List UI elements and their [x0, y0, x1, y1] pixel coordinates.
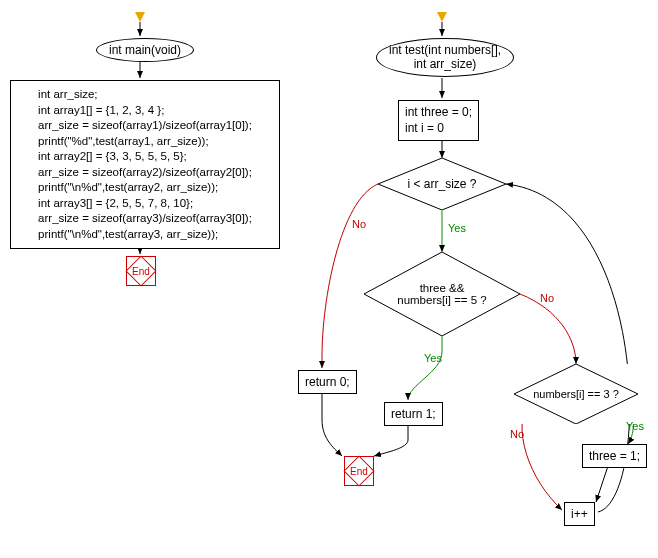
test-signature-text: int test(int numbers[], int arr_size) [389, 43, 501, 72]
return-zero: return 0; [298, 370, 357, 394]
increment-i: i++ [564, 502, 595, 526]
decision-loop-cond: i < arr_size ? [378, 158, 506, 210]
init-block: int three = 0; int i = 0 [398, 100, 479, 141]
edge-label-yes: Yes [626, 420, 644, 432]
main-code-block: int arr_size; int array1[] = {1, 2, 3, 4… [10, 80, 280, 249]
cond3-text: numbers[i] == 3 ? [533, 388, 619, 400]
start-arrow-icon [437, 12, 447, 22]
return-one: return 1; [384, 402, 443, 426]
start-arrow-icon [135, 12, 145, 22]
return1-text: return 1; [391, 407, 436, 421]
edge-label-yes: Yes [424, 352, 442, 364]
set-three: three = 1; [582, 444, 647, 468]
return0-text: return 0; [305, 375, 350, 389]
end-text: End [345, 457, 373, 485]
edge-label-no: No [510, 428, 524, 440]
edge-label-no: No [352, 218, 366, 230]
cond2-text: three && numbers[i] == 5 ? [397, 282, 487, 306]
decision-three-and-five: three && numbers[i] == 5 ? [364, 252, 520, 336]
end-terminator-main: End [126, 256, 156, 286]
edge-label-no: No [540, 292, 554, 304]
inc-text: i++ [571, 507, 588, 521]
decision-is-three: numbers[i] == 3 ? [514, 364, 638, 424]
cond1-text: i < arr_size ? [407, 177, 476, 191]
init-text: int three = 0; int i = 0 [405, 105, 472, 136]
main-signature: int main(void) [96, 38, 194, 62]
set-three-text: three = 1; [589, 449, 640, 463]
edge-label-yes: Yes [448, 222, 466, 234]
main-signature-text: int main(void) [109, 43, 181, 57]
end-terminator-test: End [344, 456, 374, 486]
end-text: End [127, 257, 155, 285]
flowchart-canvas: int main(void) int arr_size; int array1[… [0, 0, 658, 558]
svg-line-7 [596, 466, 608, 502]
main-code-text: int arr_size; int array1[] = {1, 2, 3, 4… [38, 87, 252, 242]
test-signature: int test(int numbers[], int arr_size) [376, 38, 514, 77]
